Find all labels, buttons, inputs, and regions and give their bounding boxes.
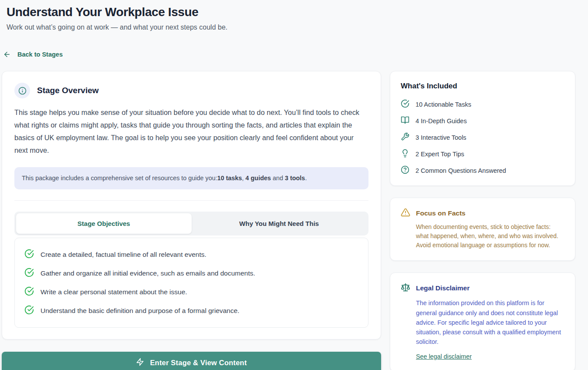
zap-icon — [136, 358, 144, 368]
scales-icon — [401, 283, 410, 294]
stage-description: This stage helps you make sense of your … — [14, 106, 368, 157]
focus-on-facts-title: Focus on Facts — [416, 209, 466, 217]
legal-disclaimer-card: Legal Disclaimer The information provide… — [390, 272, 575, 370]
alert-triangle-icon — [401, 208, 410, 219]
list-item: 2 Common Questions Answered — [401, 165, 564, 176]
info-icon — [14, 83, 30, 98]
check-circle-icon — [24, 249, 34, 260]
help-circle-icon — [401, 165, 409, 176]
included-item-label: 4 In-Depth Guides — [416, 118, 467, 124]
included-item-label: 3 Interactive Tools — [416, 134, 466, 141]
legal-disclaimer-header: Legal Disclaimer — [401, 283, 564, 294]
tab-list: Stage Objectives Why You Might Need This — [14, 212, 368, 235]
page-header: Understand Your Workplace Issue Work out… — [7, 5, 577, 31]
focus-on-facts-body: When documenting events, stick to object… — [416, 222, 564, 250]
page-title: Understand Your Workplace Issue — [7, 5, 577, 19]
package-note-tools: 3 tools — [285, 175, 305, 182]
stage-overview-card: Stage Overview This stage helps you make… — [2, 71, 381, 340]
objective-text: Understand the basic definition and purp… — [41, 307, 240, 315]
focus-on-facts-header: Focus on Facts — [401, 208, 564, 219]
objective-text: Write a clear personal statement about t… — [41, 288, 187, 296]
stage-overview-title: Stage Overview — [37, 86, 99, 95]
content-layout: Stage Overview This stage helps you make… — [2, 71, 577, 370]
package-note-tasks: 10 tasks — [217, 175, 242, 182]
enter-stage-button[interactable]: Enter Stage & View Content — [2, 352, 381, 370]
enter-stage-button-label: Enter Stage & View Content — [150, 359, 247, 367]
tab-why-you-might-need-this[interactable]: Why You Might Need This — [192, 213, 367, 234]
objective-item: Create a detailed, factual timeline of a… — [24, 249, 358, 260]
tab-stage-objectives[interactable]: Stage Objectives — [16, 213, 192, 234]
objective-item: Write a clear personal statement about t… — [24, 286, 358, 298]
sidebar: What's Included 10 Actionable Tasks 4 In… — [390, 71, 575, 370]
check-circle-icon — [401, 99, 409, 110]
package-note-text: This package includes a comprehensive se… — [22, 175, 217, 182]
check-circle-icon — [24, 305, 34, 316]
legal-disclaimer-title: Legal Disclaimer — [416, 284, 470, 292]
package-note-guides: 4 guides — [246, 175, 271, 182]
whats-included-list: 10 Actionable Tasks 4 In-Depth Guides 3 … — [401, 99, 564, 176]
lightbulb-icon — [401, 149, 409, 159]
divider — [14, 200, 368, 201]
included-item-label: 2 Expert Top Tips — [416, 151, 464, 158]
arrow-left-icon — [3, 50, 11, 58]
back-link-label: Back to Stages — [17, 51, 63, 58]
objective-text: Gather and organize all initial evidence… — [41, 269, 255, 277]
stage-overview-header: Stage Overview — [14, 83, 368, 98]
check-circle-icon — [24, 286, 34, 298]
focus-on-facts-card: Focus on Facts When documenting events, … — [390, 198, 575, 261]
list-item: 2 Expert Top Tips — [401, 149, 564, 159]
back-to-stages-link[interactable]: Back to Stages — [3, 50, 63, 58]
included-item-label: 10 Actionable Tasks — [416, 101, 471, 108]
whats-included-card: What's Included 10 Actionable Tasks 4 In… — [390, 71, 575, 186]
list-item: 4 In-Depth Guides — [401, 116, 564, 126]
objectives-panel: Create a detailed, factual timeline of a… — [14, 238, 368, 328]
objective-item: Understand the basic definition and purp… — [24, 305, 358, 316]
legal-disclaimer-body: The information provided on this platfor… — [416, 298, 564, 346]
list-item: 10 Actionable Tasks — [401, 99, 564, 110]
main-column: Stage Overview This stage helps you make… — [2, 71, 381, 370]
book-open-icon — [401, 116, 409, 126]
objective-item: Gather and organize all initial evidence… — [24, 268, 358, 279]
whats-included-title: What's Included — [401, 82, 564, 91]
included-item-label: 2 Common Questions Answered — [416, 167, 506, 174]
list-item: 3 Interactive Tools — [401, 132, 564, 143]
wrench-icon — [401, 132, 409, 143]
check-circle-icon — [24, 268, 34, 279]
page: Understand Your Workplace Issue Work out… — [2, 0, 577, 370]
objective-text: Create a detailed, factual timeline of a… — [41, 251, 206, 259]
page-subtitle: Work out what’s going on at work — and w… — [7, 24, 577, 31]
package-note: This package includes a comprehensive se… — [14, 167, 368, 189]
see-legal-disclaimer-link[interactable]: See legal disclaimer — [416, 353, 472, 360]
